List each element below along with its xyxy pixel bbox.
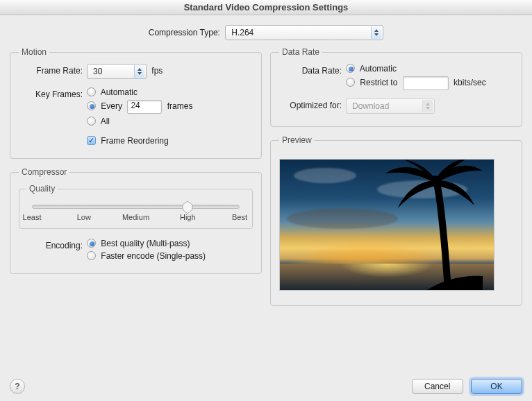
frame-reordering-checkbox[interactable] (87, 136, 96, 145)
quality-tick-high: High (180, 213, 196, 221)
chevron-updown-icon (371, 26, 381, 39)
encoding-best-radio[interactable] (87, 239, 96, 248)
encoding-label: Encoding: (19, 239, 87, 250)
optimized-for-select: Download (346, 99, 435, 114)
compressor-group: Compressor Quality Least Low Medium (10, 167, 262, 274)
quality-slider[interactable] (32, 205, 240, 209)
preview-legend: Preview (279, 135, 315, 145)
quality-tick-best: Best (232, 213, 247, 221)
key-frames-every-radio[interactable] (87, 101, 96, 110)
quality-legend: Quality (26, 184, 58, 194)
cancel-button[interactable]: Cancel (412, 379, 463, 394)
ok-button[interactable]: OK (471, 379, 522, 394)
frame-rate-unit: fps (151, 66, 163, 76)
compression-type-select[interactable]: H.264 (225, 25, 383, 40)
key-frames-all-radio[interactable] (87, 117, 96, 126)
optimized-for-value: Download (352, 101, 389, 111)
data-rate-restrict-input[interactable] (403, 76, 449, 90)
frame-reordering-label: Frame Reordering (101, 136, 168, 146)
encoding-faster-label: Faster encode (Single-pass) (101, 251, 206, 261)
key-frames-interval-input[interactable]: 24 (127, 100, 162, 114)
quality-slider-thumb[interactable] (182, 201, 193, 214)
frame-rate-select[interactable]: 30 (87, 64, 147, 79)
encoding-faster-radio[interactable] (87, 251, 96, 260)
motion-group: Motion Frame Rate: 30 fps Key Frames: (10, 47, 262, 159)
key-frames-all-label: All (101, 117, 110, 126)
quality-tick-medium: Medium (122, 213, 149, 221)
key-frames-label: Key Frames: (19, 87, 87, 99)
data-rate-group: Data Rate Data Rate: Automatic Restrict … (270, 47, 522, 127)
compression-type-value: H.264 (231, 28, 253, 37)
quality-tick-least: Least (23, 213, 42, 221)
data-rate-automatic-label: Automatic (360, 64, 397, 74)
key-frames-interval-unit: frames (167, 101, 193, 111)
key-frames-automatic-radio[interactable] (87, 87, 96, 96)
data-rate-label: Data Rate: (279, 64, 346, 76)
data-rate-restrict-radio[interactable] (346, 78, 355, 87)
data-rate-restrict-label: Restrict to (360, 78, 397, 87)
motion-legend: Motion (19, 47, 49, 57)
chevron-updown-icon (134, 65, 144, 78)
frame-rate-label: Frame Rate: (19, 64, 87, 76)
data-rate-automatic-radio[interactable] (346, 64, 355, 73)
palm-tree-icon (385, 159, 483, 290)
optimized-for-label: Optimized for: (279, 99, 346, 110)
preview-image (279, 159, 494, 291)
compression-type-label: Compression Type: (149, 28, 223, 37)
compressor-legend: Compressor (19, 167, 69, 177)
compression-row: Compression Type: H.264 (10, 25, 522, 40)
help-button[interactable]: ? (10, 379, 25, 394)
preview-group: Preview (270, 135, 522, 306)
data-rate-legend: Data Rate (279, 47, 322, 57)
key-frames-every-label: Every (101, 101, 122, 111)
window-title: Standard Video Compression Settings (0, 0, 532, 15)
quality-tick-low: Low (77, 213, 91, 221)
key-frames-automatic-label: Automatic (101, 87, 138, 97)
encoding-best-label: Best quality (Multi-pass) (101, 239, 190, 248)
quality-group: Quality Least Low Medium High Bes (19, 184, 253, 229)
quality-ticks: Least Low Medium High Best (32, 213, 240, 225)
chevron-updown-icon (422, 100, 433, 112)
data-rate-restrict-unit: kbits/sec (454, 78, 486, 87)
frame-rate-value: 30 (93, 67, 102, 76)
